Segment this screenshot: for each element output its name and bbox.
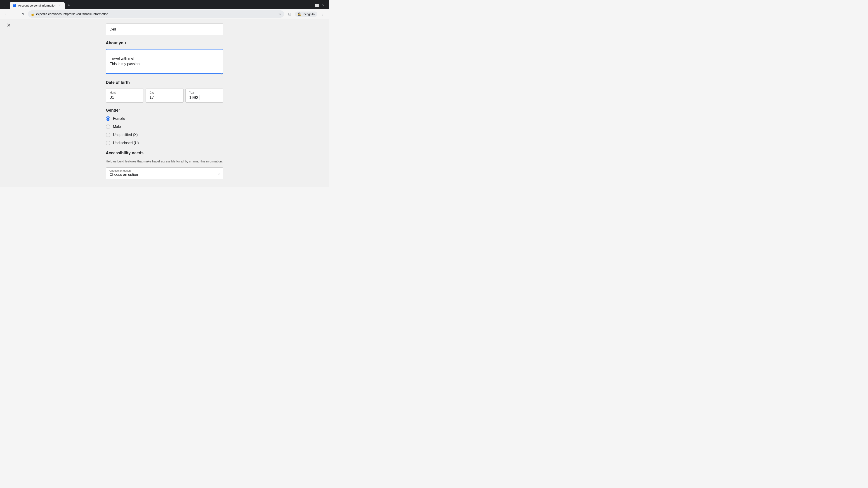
accessibility-select[interactable]: Choose an option bbox=[106, 167, 223, 179]
back-icon: ← bbox=[4, 12, 8, 16]
back-button[interactable]: ← bbox=[3, 10, 10, 18]
tab-bar: ⌄ Z Account personal information × + — ⬜… bbox=[0, 0, 329, 9]
form-container: About you Bio Travel with me! This is my… bbox=[101, 24, 228, 179]
incognito-icon: 🕵 bbox=[298, 12, 301, 16]
address-bar: ← → ↻ 🔒 expedia.com/account/profile?edit… bbox=[0, 9, 329, 19]
accessibility-section-title: Accessibility needs bbox=[106, 151, 223, 156]
forward-icon: → bbox=[13, 12, 16, 16]
about-you-section: About you Bio Travel with me! This is my… bbox=[106, 41, 223, 75]
gender-section-title: Gender bbox=[106, 108, 223, 113]
dob-section-title: Date of birth bbox=[106, 80, 223, 85]
gender-male-option[interactable]: Male bbox=[106, 125, 223, 129]
gender-radio-group: Female Male Unspecified (X) bbox=[106, 116, 223, 145]
bio-textarea[interactable]: Travel with me! This is my passion. bbox=[106, 49, 223, 74]
browser-chrome: ⌄ Z Account personal information × + — ⬜… bbox=[0, 0, 329, 19]
close-window-button[interactable]: ✕ bbox=[321, 3, 326, 8]
dob-month-field[interactable]: Month 01 bbox=[106, 89, 144, 103]
page-content: ✕ About you Bio Travel with me! This is … bbox=[0, 19, 329, 187]
gender-female-radio-inner bbox=[107, 118, 109, 120]
gender-undisclosed-radio[interactable] bbox=[106, 141, 110, 145]
gender-male-radio[interactable] bbox=[106, 125, 110, 129]
tab-bar-icon: ⊡ bbox=[288, 12, 291, 16]
refresh-icon: ↻ bbox=[21, 12, 24, 16]
dob-month-label: Month bbox=[110, 91, 140, 94]
maximize-button[interactable]: ⬜ bbox=[315, 3, 319, 8]
new-tab-button[interactable]: + bbox=[66, 2, 72, 8]
text-cursor bbox=[199, 95, 200, 100]
tab-list-button[interactable]: ⌄ bbox=[2, 2, 8, 8]
gender-female-label: Female bbox=[113, 117, 125, 121]
last-name-field-group bbox=[106, 24, 223, 35]
incognito-badge[interactable]: 🕵 Incognito bbox=[295, 11, 317, 17]
lock-icon: 🔒 bbox=[31, 12, 34, 16]
close-page-button[interactable]: ✕ bbox=[4, 21, 13, 29]
tab-nav-buttons: ⌄ bbox=[2, 2, 8, 8]
gender-section: Gender Female Male bbox=[106, 108, 223, 145]
window-controls: — ⬜ ✕ bbox=[308, 3, 327, 8]
accessibility-select-wrapper: Choose an option Choose an option ⌄ bbox=[106, 167, 223, 179]
gender-unspecified-label: Unspecified (X) bbox=[113, 133, 138, 137]
tab-favicon: Z bbox=[13, 4, 16, 7]
about-you-title: About you bbox=[106, 41, 223, 45]
tab-close-button[interactable]: × bbox=[58, 3, 62, 7]
textarea-resize-handle[interactable]: ◢ bbox=[221, 72, 223, 74]
page-inner: ✕ About you Bio Travel with me! This is … bbox=[0, 19, 329, 187]
bio-textarea-wrapper: Bio Travel with me! This is my passion. … bbox=[106, 49, 223, 75]
accessibility-description: Help us build features that make travel … bbox=[106, 159, 223, 164]
toolbar-icons: ⊡ bbox=[286, 10, 293, 18]
gender-undisclosed-label: Undisclosed (U) bbox=[113, 141, 139, 145]
url-text: expedia.com/account/profile?edit=basic-i… bbox=[36, 12, 276, 16]
gender-male-label: Male bbox=[113, 125, 121, 129]
dob-day-label: Day bbox=[149, 91, 180, 94]
gender-unspecified-radio[interactable] bbox=[106, 133, 110, 137]
dob-day-value: 17 bbox=[149, 95, 154, 100]
svg-text:Z: Z bbox=[13, 4, 15, 7]
dob-day-field[interactable]: Day 17 bbox=[146, 89, 184, 103]
gender-female-option[interactable]: Female bbox=[106, 116, 223, 121]
minimize-button[interactable]: — bbox=[308, 3, 313, 8]
close-icon: ✕ bbox=[6, 22, 11, 28]
dob-section: Date of birth Month 01 Day 17 Year 1992 bbox=[106, 80, 223, 103]
url-icons: ☆ bbox=[278, 12, 281, 16]
bookmark-icon[interactable]: ☆ bbox=[278, 12, 281, 16]
refresh-button[interactable]: ↻ bbox=[19, 10, 26, 18]
gender-undisclosed-option[interactable]: Undisclosed (U) bbox=[106, 141, 223, 145]
accessibility-section: Accessibility needs Help us build featur… bbox=[106, 151, 223, 179]
menu-button[interactable]: ⋮ bbox=[319, 10, 327, 18]
menu-icon: ⋮ bbox=[321, 12, 324, 16]
nav-buttons: ← → ↻ bbox=[3, 10, 26, 18]
forward-button[interactable]: → bbox=[11, 10, 18, 18]
gender-unspecified-option[interactable]: Unspecified (X) bbox=[106, 133, 223, 137]
dob-row: Month 01 Day 17 Year 1992 bbox=[106, 89, 223, 103]
dob-year-field[interactable]: Year 1992 bbox=[185, 89, 223, 103]
active-tab[interactable]: Z Account personal information × bbox=[10, 2, 65, 9]
dob-year-label: Year bbox=[189, 91, 219, 94]
last-name-input[interactable] bbox=[106, 24, 223, 35]
url-bar[interactable]: 🔒 expedia.com/account/profile?edit=basic… bbox=[28, 10, 284, 18]
gender-female-radio[interactable] bbox=[106, 116, 110, 121]
incognito-label: Incognito bbox=[303, 12, 315, 16]
tab-title: Account personal information bbox=[18, 4, 56, 7]
dob-year-value: 1992 bbox=[189, 95, 198, 100]
tab-bar-icon-button[interactable]: ⊡ bbox=[286, 10, 293, 18]
dob-month-value: 01 bbox=[110, 95, 114, 100]
